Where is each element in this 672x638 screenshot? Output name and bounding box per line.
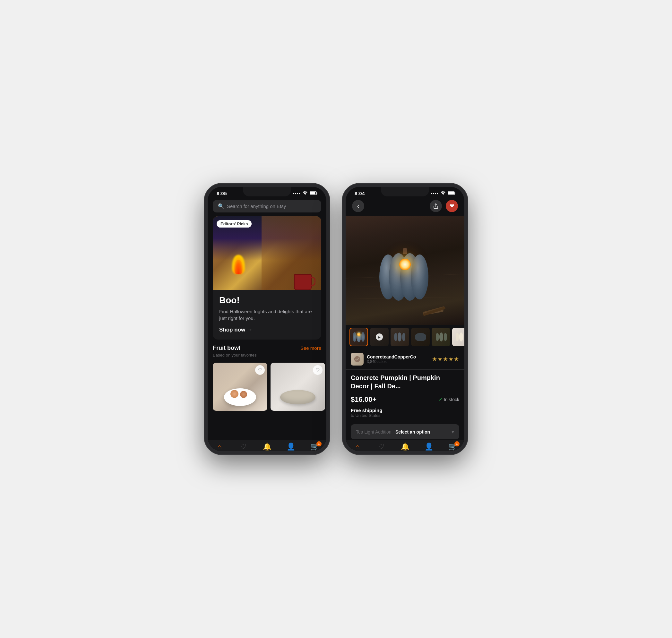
nav-favorites[interactable]: ♡ Favorites: [231, 442, 255, 451]
time-home: 8:05: [217, 191, 227, 196]
product-title: Concrete Pumpkin | Pumpkin Decor | Fall …: [351, 373, 459, 390]
product-image-2: ♡: [270, 363, 325, 411]
thumbnail-1[interactable]: [350, 328, 368, 346]
svg-rect-4: [448, 192, 454, 195]
shipping-destination: to United States: [351, 413, 459, 418]
product-hero-image: [346, 216, 464, 325]
hero-text: Boo! Find Halloween frights and delights…: [213, 290, 321, 339]
cart-nav-icon: 🛒1: [310, 442, 319, 451]
status-icons-product: ●●●●: [430, 191, 455, 196]
battery-icon: [310, 191, 317, 196]
search-bar-wrapper: 🔍 Search for anything on Etsy: [208, 197, 326, 216]
favorite-button[interactable]: ❤: [446, 200, 458, 212]
option-selector[interactable]: Tea Light Addition Select an option ▾: [351, 424, 459, 439]
section-title: Fruit bowl: [213, 345, 240, 351]
svg-rect-5: [455, 192, 455, 194]
pumpkin-candle: [399, 259, 411, 270]
product-grid: ♡ ♡: [208, 360, 326, 413]
screen-home: 🔍 Search for anything on Etsy: [208, 197, 326, 451]
nav-cart[interactable]: 🛒1 Cart: [303, 442, 326, 451]
shipping-text: Free shipping: [351, 407, 459, 413]
seller-details: ConcreteandCopperCo 3,840 sales: [367, 354, 416, 364]
wishlist-button-1[interactable]: ♡: [255, 365, 265, 375]
thumbnail-2-overlay: ▶: [370, 328, 389, 346]
shipping-row: Free shipping to United States: [346, 406, 464, 422]
phone-home: 8:05 ●●●● 🔍 Search for any: [204, 184, 330, 454]
thumbnail-3[interactable]: [390, 328, 409, 346]
back-button[interactable]: ‹: [352, 200, 364, 212]
play-button-icon: ▶: [376, 333, 383, 340]
signal-dots-icon: ●●●●: [292, 192, 301, 195]
svg-rect-2: [317, 192, 317, 194]
time-product: 8:04: [355, 191, 365, 196]
nav-home[interactable]: ⌂ Home: [208, 442, 231, 451]
notch: [243, 187, 291, 197]
product-price: $16.00+: [351, 396, 376, 404]
nav-favorites-2[interactable]: ♡ Favorites: [369, 442, 393, 451]
nav-updates-2[interactable]: 🔔 Updates: [393, 442, 417, 451]
search-icon: 🔍: [218, 203, 224, 209]
product-detail-header: ‹ ❤: [346, 197, 464, 216]
hero-subtitle: Find Halloween frights and delights that…: [219, 308, 315, 322]
pumpkin-body: [376, 253, 434, 301]
option-label: Tea Light Addition Select an option: [356, 429, 430, 435]
in-stock-indicator: ✓ In stock: [439, 397, 459, 402]
pumpkin-seg-4: [411, 254, 429, 299]
favorites-nav-icon: ♡: [240, 442, 247, 451]
cart-badge: 1: [316, 441, 322, 447]
share-button[interactable]: [430, 200, 442, 212]
product-card-1[interactable]: ♡: [213, 363, 267, 411]
cart-badge-2: 1: [454, 441, 459, 447]
bowl2-visual: [280, 390, 316, 404]
bottom-nav-product: ⌂ Home ♡ Favorites 🔔 Updates 👤 You: [346, 440, 464, 451]
nav-updates[interactable]: 🔔 Updates: [255, 442, 279, 451]
seller-name: ConcreteandCopperCo: [367, 354, 416, 359]
you-nav-icon: 👤: [287, 442, 295, 451]
home-nav-icon-2: ⌂: [355, 442, 359, 451]
cart-nav-icon-2: 🛒1: [448, 442, 457, 451]
favorites-nav-icon-2: ♡: [378, 442, 384, 451]
thumbnail-2[interactable]: ▶: [370, 328, 389, 346]
thumbnail-strip: ▶: [346, 325, 464, 349]
campfire-visual: [225, 248, 251, 281]
phones-container: 8:05 ●●●● 🔍 Search for any: [204, 184, 468, 454]
option-value: Select an option: [396, 430, 430, 435]
see-more-link[interactable]: See more: [300, 345, 321, 351]
nav-you[interactable]: 👤 You: [279, 442, 303, 451]
mug-visual: [294, 274, 312, 290]
hero-card: Editors' Picks Boo! Find Halloween frigh…: [213, 216, 321, 339]
section-subtitle: Based on your favorites: [208, 353, 326, 360]
thumbnail-5[interactable]: [432, 328, 450, 346]
bottom-nav-home: ⌂ Home ♡ Favorites 🔔 Updates 👤 You: [208, 440, 326, 451]
notch-2: [381, 187, 429, 197]
in-stock-text: In stock: [444, 397, 459, 402]
hero-image: Editors' Picks: [213, 216, 321, 290]
price-stock-row: $16.00+ ✓ In stock: [346, 393, 464, 406]
svg-rect-1: [310, 192, 316, 195]
bowl1-visual: [224, 388, 256, 406]
shop-now-label: Shop now: [219, 327, 245, 333]
search-placeholder: Search for anything on Etsy: [227, 203, 286, 209]
signal-dots-icon-2: ●●●●: [430, 192, 439, 195]
product-card-2[interactable]: ♡: [270, 363, 325, 411]
wishlist-button-2[interactable]: ♡: [313, 365, 322, 375]
seller-info[interactable]: ConcreteandCopperCo 3,840 sales: [351, 353, 416, 366]
shop-now-button[interactable]: Shop now →: [219, 327, 253, 333]
checkmark-icon: ✓: [439, 397, 442, 402]
wifi-icon-2: [441, 191, 446, 196]
thumbnail-6[interactable]: [452, 328, 464, 346]
editors-picks-badge: Editors' Picks: [217, 220, 252, 228]
thumbnail-4[interactable]: [411, 328, 430, 346]
home-nav-icon: ⌂: [217, 442, 221, 451]
search-bar[interactable]: 🔍 Search for anything on Etsy: [213, 200, 321, 213]
option-label-text: Tea Light Addition: [356, 430, 391, 435]
wifi-icon: [303, 191, 308, 196]
nav-home-2[interactable]: ⌂ Home: [346, 442, 369, 451]
product-image-1: ♡: [213, 363, 267, 411]
nav-cart-2[interactable]: 🛒1 Cart: [441, 442, 464, 451]
battery-icon-2: [448, 191, 455, 196]
status-icons-home: ●●●●: [292, 191, 317, 196]
hero-title: Boo!: [219, 295, 315, 305]
shop-now-arrow: →: [247, 327, 253, 333]
nav-you-2[interactable]: 👤 You: [417, 442, 441, 451]
